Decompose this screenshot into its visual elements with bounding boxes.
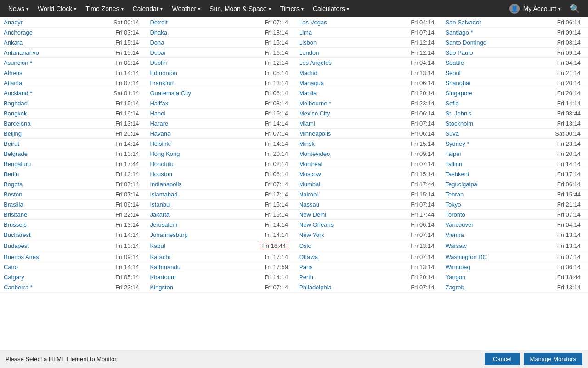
city-link[interactable]: Canberra * — [4, 284, 33, 291]
city-link[interactable]: Halifax — [150, 100, 168, 107]
city-link[interactable]: Dhaka — [150, 29, 167, 36]
city-link[interactable]: Yangon — [445, 274, 465, 281]
city-link[interactable]: New Delhi — [299, 211, 326, 218]
city-link[interactable]: Minsk — [299, 140, 315, 147]
city-link[interactable]: Vienna — [445, 231, 464, 238]
city-link[interactable]: Baghdad — [4, 100, 28, 107]
nav-item-calculators[interactable]: Calculators ▾ — [308, 0, 354, 17]
city-link[interactable]: Tashkent — [445, 171, 469, 178]
city-link[interactable]: Seattle — [445, 59, 464, 66]
city-link[interactable]: Doha — [150, 39, 164, 46]
city-link[interactable]: Dublin — [150, 59, 167, 66]
city-link[interactable]: Santo Domingo — [445, 39, 486, 46]
city-link[interactable]: Belgrade — [4, 150, 28, 157]
city-link[interactable]: Karachi — [150, 253, 170, 260]
city-link[interactable]: Ottawa — [299, 253, 318, 260]
city-link[interactable]: Miami — [299, 120, 315, 127]
city-link[interactable]: Cairo — [4, 264, 18, 270]
city-link[interactable]: Madrid — [299, 69, 317, 76]
city-link[interactable]: Istanbul — [150, 201, 171, 208]
city-link[interactable]: Beijing — [4, 130, 22, 137]
city-link[interactable]: Mexico City — [299, 110, 330, 117]
city-link[interactable]: Lima — [299, 29, 312, 36]
city-link[interactable]: Athens — [4, 69, 22, 76]
city-link[interactable]: Helsinki — [150, 140, 171, 147]
city-link[interactable]: Hong Kong — [150, 150, 180, 157]
city-link[interactable]: Guatemala City — [150, 90, 191, 97]
city-link[interactable]: Washington DC — [445, 253, 487, 260]
city-link[interactable]: Kabul — [150, 242, 165, 249]
city-link[interactable]: Tehran — [445, 191, 464, 198]
city-link[interactable]: Atlanta — [4, 80, 22, 86]
city-link[interactable]: Barcelona — [4, 120, 31, 127]
city-link[interactable]: Philadelphia — [299, 284, 332, 291]
city-link[interactable]: Berlin — [4, 171, 19, 178]
city-link[interactable]: Mumbai — [299, 181, 320, 188]
city-link[interactable]: Shanghai — [445, 80, 470, 86]
city-link[interactable]: Jakarta — [150, 211, 170, 218]
city-link[interactable]: Sofia — [445, 100, 459, 107]
city-link[interactable]: Ankara — [4, 39, 23, 46]
city-link[interactable]: Bogota — [4, 181, 23, 188]
city-link[interactable]: San Salvador — [445, 19, 481, 26]
city-link[interactable]: Nassau — [299, 201, 319, 208]
city-link[interactable]: Dubai — [150, 49, 165, 56]
city-link[interactable]: Honolulu — [150, 161, 173, 167]
city-link[interactable]: Beirut — [4, 140, 19, 147]
city-link[interactable]: Hanoi — [150, 110, 165, 117]
city-link[interactable]: Calgary — [4, 274, 24, 281]
city-link[interactable]: Oslo — [299, 242, 311, 249]
city-link[interactable]: New Orleans — [299, 221, 334, 228]
city-link[interactable]: Islamabad — [150, 191, 177, 198]
city-link[interactable]: Minneapolis — [299, 130, 331, 137]
city-link[interactable]: Taipei — [445, 150, 461, 157]
city-link[interactable]: Auckland * — [4, 90, 32, 97]
city-link[interactable]: Toronto — [445, 211, 465, 218]
city-link[interactable]: Brasilia — [4, 201, 23, 208]
city-link[interactable]: Brussels — [4, 221, 27, 228]
city-link[interactable]: Houston — [150, 171, 172, 178]
city-link[interactable]: Stockholm — [445, 120, 473, 127]
city-link[interactable]: St. John's — [445, 110, 471, 117]
city-link[interactable]: New York — [299, 231, 324, 238]
city-link[interactable]: Lisbon — [299, 39, 317, 46]
city-link[interactable]: Buenos Aires — [4, 253, 39, 260]
city-link[interactable]: São Paulo — [445, 49, 473, 56]
city-link[interactable]: Las Vegas — [299, 19, 327, 26]
city-link[interactable]: Moscow — [299, 171, 321, 178]
city-link[interactable]: Anchorage — [4, 29, 33, 36]
city-link[interactable]: Paris — [299, 264, 313, 270]
city-link[interactable]: Los Angeles — [299, 59, 332, 66]
city-link[interactable]: Kingston — [150, 284, 173, 291]
city-link[interactable]: Vancouver — [445, 221, 473, 228]
cancel-button[interactable]: Cancel — [485, 353, 520, 365]
city-link[interactable]: Asuncion * — [4, 59, 32, 66]
city-link[interactable]: Anadyr — [4, 19, 23, 26]
city-link[interactable]: Edmonton — [150, 69, 177, 76]
city-link[interactable]: Tallinn — [445, 161, 462, 167]
nav-item-timers[interactable]: Timers ▾ — [276, 0, 308, 17]
city-link[interactable]: Bengaluru — [4, 161, 31, 167]
city-link[interactable]: Melbourne * — [299, 100, 331, 107]
city-link[interactable]: Antananarivo — [4, 49, 39, 56]
city-link[interactable]: Khartoum — [150, 274, 175, 281]
nav-item-world-clock[interactable]: World Clock ▾ — [33, 0, 81, 17]
nav-item-weather[interactable]: Weather ▾ — [167, 0, 205, 17]
city-link[interactable]: Bucharest — [4, 231, 31, 238]
city-link[interactable]: Winnipeg — [445, 264, 470, 270]
city-link[interactable]: Montevideo — [299, 150, 330, 157]
nav-item-news[interactable]: News ▾ — [4, 0, 33, 17]
city-link[interactable]: Manila — [299, 90, 317, 97]
city-link[interactable]: Detroit — [150, 19, 167, 26]
nav-item-calendar[interactable]: Calendar ▾ — [128, 0, 168, 17]
city-link[interactable]: Kathmandu — [150, 264, 181, 270]
city-link[interactable]: Sydney * — [445, 140, 469, 147]
city-link[interactable]: Santiago * — [445, 29, 473, 36]
city-link[interactable]: Frankfurt — [150, 80, 174, 86]
city-link[interactable]: Havana — [150, 130, 170, 137]
city-link[interactable]: Seoul — [445, 69, 460, 76]
city-link[interactable]: London — [299, 49, 319, 56]
city-link[interactable]: Jerusalem — [150, 221, 177, 228]
city-link[interactable]: Managua — [299, 80, 324, 86]
city-link[interactable]: Boston — [4, 191, 22, 198]
